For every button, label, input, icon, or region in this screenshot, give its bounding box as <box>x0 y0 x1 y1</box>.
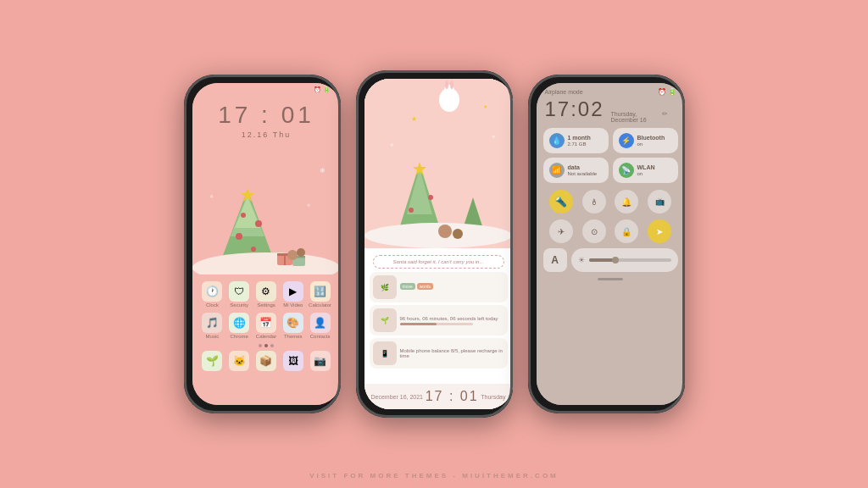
notif-text-2: 96 hours, 06 minutes, 06 seconds left to… <box>400 316 504 325</box>
svg-point-29 <box>428 195 433 200</box>
svg-point-33 <box>445 80 448 89</box>
phone-2-app: ★ ★ ❄ ❄ Santa said forget it, I can't ca… <box>364 79 513 409</box>
battery-icon-1: 🔋 <box>323 86 331 93</box>
torch-button[interactable]: 🔦 <box>549 190 573 214</box>
cc-tile-mobile[interactable]: 📶 data Not available <box>543 158 609 183</box>
app-calendar[interactable]: 📅 Calendar <box>254 313 278 339</box>
edit-icon[interactable]: ✏ <box>662 110 676 118</box>
cc-status-icons: ⏰ 🔋 <box>658 88 676 96</box>
notif-card-2[interactable]: 🌱 96 hours, 06 minutes, 06 seconds left … <box>370 305 508 336</box>
phone-3: Airplane mode ⏰ 🔋 17:02 Thursday, Decemb… <box>528 75 685 413</box>
mobile-data-icon: 📶 <box>549 163 565 178</box>
app-mivideo[interactable]: ▶ Mi Video <box>281 281 305 308</box>
app-settings[interactable]: ⚙ Settings <box>254 281 278 308</box>
svg-point-17 <box>297 248 305 257</box>
themes-label: Themes <box>284 334 303 339</box>
app-extra1[interactable]: 🌱 <box>200 351 224 371</box>
cc-tiles-container: 💧 1 month 2.71 GB ⚡ Bluetooth on <box>537 125 685 186</box>
cc-handle <box>537 274 685 280</box>
app-security[interactable]: 🛡 Security <box>227 281 251 308</box>
dot-1 <box>259 344 262 347</box>
phone-2: ★ ★ ❄ ❄ Santa said forget it, I can't ca… <box>356 70 513 418</box>
app-music[interactable]: 🎵 Music <box>200 313 224 339</box>
banner-text: Santa said forget it, I can't carry you … <box>373 255 504 269</box>
sun-icon: ☀ <box>578 256 585 264</box>
cc-tile-data-text: 1 month 2.71 GB <box>568 134 591 148</box>
cc-tile-bluetooth[interactable]: ⚡ Bluetooth on <box>613 128 678 153</box>
app-calculator[interactable]: 🔢 Calculator <box>309 281 332 308</box>
phone-1-screen: ⏰ 🔋 17 : 01 12.16 Thu <box>192 83 341 405</box>
security-icon: 🛡 <box>229 281 249 302</box>
svg-point-6 <box>255 220 262 227</box>
notif-card-3[interactable]: 📱 Mobile phone balance 8/5, please recha… <box>370 338 508 369</box>
music-icon: 🎵 <box>202 313 222 333</box>
app-contacts[interactable]: 👤 Contacts <box>309 313 332 339</box>
cc-row-2: 📶 data Not available 📡 WLAN on <box>543 158 678 183</box>
svg-point-16 <box>287 250 298 260</box>
cc-quick-actions-2: ✈ ⊙ 🔒 ➤ <box>537 217 685 246</box>
extra4-icon: 🖼 <box>283 351 303 371</box>
font-size-button[interactable]: A <box>543 248 567 272</box>
brightness-thumb <box>612 257 619 263</box>
cc-time-area: 17:02 Thursday, December 16 ✏ <box>537 97 685 125</box>
battery-icon-3: 🔋 <box>668 88 676 96</box>
cc-tile-data[interactable]: 💧 1 month 2.71 GB <box>543 128 609 153</box>
brightness-track <box>589 258 671 262</box>
bell-button[interactable]: 🔔 <box>615 190 638 214</box>
app-themes[interactable]: 🎨 Themes <box>281 313 305 339</box>
app-extra3[interactable]: 📦 <box>254 351 278 371</box>
svg-point-8 <box>251 247 256 252</box>
phone2-day: Thursday <box>481 394 505 400</box>
airplane-button[interactable]: ✈ <box>549 219 573 243</box>
notif-card-1[interactable]: 🌿 move words <box>370 272 508 302</box>
music-label: Music <box>206 334 220 339</box>
svg-text:★: ★ <box>483 104 487 109</box>
page-dots <box>199 344 334 347</box>
svg-point-7 <box>241 213 246 218</box>
cc-tile-wlan[interactable]: 📡 WLAN on <box>613 158 678 183</box>
data-icon: 💧 <box>549 133 565 148</box>
flashlight-button[interactable]: 🕯 <box>582 190 606 214</box>
home-time: 17 : 01 <box>192 95 341 129</box>
cc-tile-mobile-text: data Not available <box>568 164 598 178</box>
calendar-label: Calendar <box>256 334 276 339</box>
app-clock[interactable]: 🕐 Clock <box>200 281 224 308</box>
screen-cast-button[interactable]: 📺 <box>648 190 671 214</box>
icon-row-1: 🕐 Clock 🛡 Security ⚙ Settings ▶ Mi Video <box>199 281 334 308</box>
christmas-scene: ❄ ❄ ❄ <box>192 139 341 274</box>
svg-text:❄: ❄ <box>320 167 326 175</box>
location-button[interactable]: ➤ <box>648 219 671 243</box>
phone-2-screen: ★ ★ ❄ ❄ Santa said forget it, I can't ca… <box>364 79 513 409</box>
app-extra2[interactable]: 🐱 <box>227 351 251 371</box>
extra2-icon: 🐱 <box>229 351 249 371</box>
wlan-icon: 📡 <box>619 163 634 178</box>
cc-tile-wlan-text: WLAN on <box>637 164 655 178</box>
phone-3-screen: Airplane mode ⏰ 🔋 17:02 Thursday, Decemb… <box>537 83 685 405</box>
brightness-fill <box>589 258 614 262</box>
notif-text-1: move words <box>400 283 504 291</box>
tile1-title: 1 month <box>568 134 591 141</box>
svg-text:❄: ❄ <box>390 142 393 147</box>
svg-rect-21 <box>364 79 513 248</box>
app-chrome[interactable]: 🌐 Chrome <box>227 313 251 339</box>
do-not-disturb-button[interactable]: ⊙ <box>582 219 606 243</box>
home-date: 12.16 Thu <box>192 130 341 139</box>
illustration-svg: ★ ★ ❄ ❄ <box>364 79 513 248</box>
app-extra5[interactable]: 📷 <box>309 351 332 371</box>
notif-icon-2: 🌱 <box>373 308 397 332</box>
extra1-icon: 🌱 <box>202 351 222 371</box>
phone2-date: December 16, 2021 <box>371 394 423 400</box>
control-center: Airplane mode ⏰ 🔋 17:02 Thursday, Decemb… <box>537 83 685 405</box>
alarm-icon-1: ⏰ <box>314 86 321 93</box>
tile1-value: 2.71 GB <box>568 141 591 148</box>
tile4-title: WLAN <box>637 164 655 171</box>
svg-point-39 <box>438 225 452 238</box>
brightness-control[interactable]: ☀ <box>571 248 678 272</box>
icon-row-2: 🎵 Music 🌐 Chrome 📅 Calendar 🎨 Themes <box>199 313 334 339</box>
app-extra4[interactable]: 🖼 <box>281 351 305 371</box>
lock-button[interactable]: 🔒 <box>615 219 638 243</box>
notif2-content: 96 hours, 06 minutes, 06 seconds left to… <box>400 316 504 321</box>
svg-text:★: ★ <box>411 115 417 123</box>
cc-tile-bluetooth-text: Bluetooth on <box>637 134 665 148</box>
extra5-icon: 📷 <box>310 351 331 371</box>
